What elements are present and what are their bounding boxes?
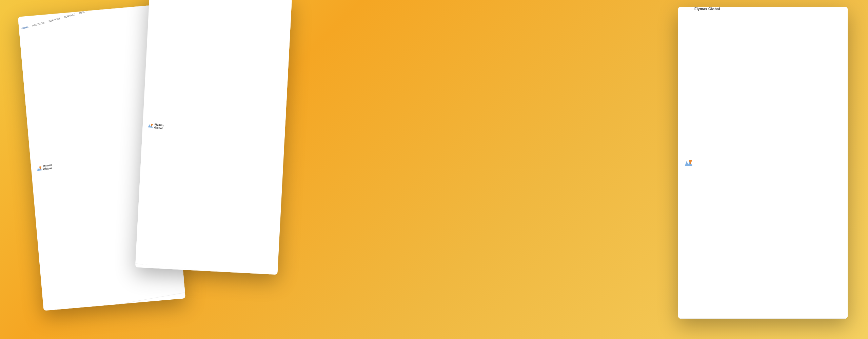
nav-bar-services: Flymax Global HOME PROJECTS SERVICES CON… [135,0,292,275]
logo-text-3: Flymax Global [694,7,848,319]
about-page-card: Flymax Global HOME PROJECTS SERVICES CON… [678,7,848,319]
nav-bar-about: Flymax Global HOME PROJECTS SERVICES CON… [678,7,848,319]
svg-marker-0 [37,167,42,171]
logo-text: Flymax Global [42,163,55,171]
flymax-logo-icon-3 [685,160,692,166]
logo-area-2: Flymax Global [148,122,166,130]
flymax-logo-icon [36,165,42,172]
services-contact-card: Flymax Global HOME PROJECTS SERVICES CON… [135,0,292,275]
logo-area: Flymax Global [36,163,55,172]
nav-links-services: HOME PROJECTS SERVICES CONTACT ABOUT [148,0,292,275]
logo-area-3: Flymax Global [685,7,848,319]
logo-text-2: Flymax Global [154,123,166,130]
flymax-logo-icon-2 [148,122,153,128]
